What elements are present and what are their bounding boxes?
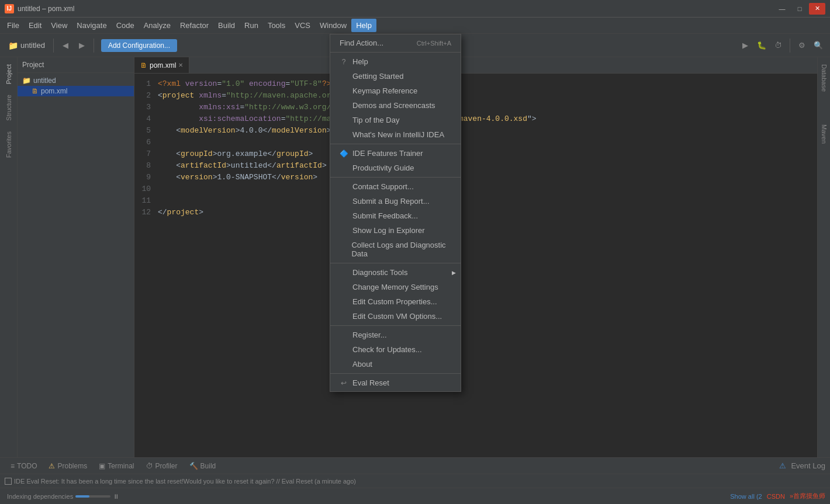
bottom-tab-terminal[interactable]: ▣ Terminal: [93, 460, 140, 472]
menu-contact-support[interactable]: Contact Support...: [330, 179, 461, 194]
watermark-text: »首席摸鱼师: [790, 492, 825, 500]
updates-label: Check for Updates...: [352, 345, 422, 354]
title-bar: IJ untitled – pom.xml — □ ✕: [0, 0, 830, 18]
maven-tab[interactable]: Maven: [818, 120, 830, 148]
event-log-icon: ⚠: [779, 461, 786, 470]
menu-run[interactable]: Run: [240, 19, 263, 32]
run-icon[interactable]: ▶: [738, 39, 752, 53]
back-icon[interactable]: ◀: [58, 39, 72, 53]
tree-item-pomxml-label: pom.xml: [41, 87, 67, 95]
menu-analyze[interactable]: Analyze: [139, 19, 175, 32]
tree-item-pomxml[interactable]: 🗎 pom.xml: [18, 86, 134, 96]
menu-productivity-guide[interactable]: Productivity Guide: [330, 161, 461, 175]
debug-icon[interactable]: 🐛: [755, 39, 769, 53]
menu-window[interactable]: Window: [315, 19, 351, 32]
editor-content[interactable]: 1 <?xml version="1.0" encoding="UTF-8"?>…: [134, 74, 817, 488]
menu-view[interactable]: View: [46, 19, 72, 32]
code-line-7: 7 <groupId>org.example</groupId>: [134, 148, 817, 160]
menu-register[interactable]: Register...: [330, 328, 461, 342]
keymap-label: Keymap Reference: [352, 86, 417, 95]
menu-diagnostic-tools[interactable]: Diagnostic Tools: [330, 265, 461, 280]
search-everywhere-icon[interactable]: 🔍: [811, 39, 825, 53]
minimize-button[interactable]: —: [774, 3, 790, 15]
menu-change-memory[interactable]: Change Memory Settings: [330, 280, 461, 294]
trainer-icon: 🔷: [340, 150, 348, 158]
menu-eval-reset[interactable]: ↩ Eval Reset: [330, 376, 461, 390]
menu-refactor[interactable]: Refactor: [175, 19, 213, 32]
forward-icon[interactable]: ▶: [75, 39, 89, 53]
menu-vcs[interactable]: VCS: [290, 19, 315, 32]
menu-ide-features-trainer[interactable]: 🔷 IDE Features Trainer: [330, 146, 461, 161]
right-sidebar: Database Maven: [817, 57, 830, 488]
menu-help-item[interactable]: ? Help: [330, 54, 461, 69]
bottom-tab-problems[interactable]: ⚠ Problems: [43, 460, 93, 472]
favorites-tab[interactable]: Favorites: [3, 127, 15, 162]
tree-item-untitled[interactable]: 📁 untitled: [18, 75, 134, 86]
settings-icon[interactable]: ⚙: [795, 39, 809, 53]
indexing-progress-bar: [75, 495, 110, 498]
code-line-5: 5 <modelVersion>4.0.0</modelVersion>: [134, 125, 817, 137]
build-icon: 🔨: [189, 462, 198, 470]
menu-getting-started[interactable]: Getting Started: [330, 69, 461, 84]
menu-edit-custom-vm[interactable]: Edit Custom VM Options...: [330, 309, 461, 324]
code-line-6: 6: [134, 137, 817, 148]
menu-show-log[interactable]: Show Log in Explorer: [330, 223, 461, 238]
collect-label: Collect Logs and Diagnostic Data: [351, 241, 451, 258]
menu-submit-feedback[interactable]: Submit Feedback...: [330, 208, 461, 223]
bottom-tab-profiler[interactable]: ⏱ Profiler: [140, 460, 184, 472]
menu-demos[interactable]: Demos and Screencasts: [330, 98, 461, 113]
demos-label: Demos and Screencasts: [352, 101, 435, 110]
bottom-tab-todo[interactable]: ≡ TODO: [5, 460, 43, 472]
props-label: Edit Custom Properties...: [352, 297, 437, 306]
status-right: Show all (2 CSDN »首席摸鱼师: [730, 492, 825, 500]
maximize-button[interactable]: □: [791, 3, 808, 15]
editor-area: 🗎 pom.xml ✕ 1 <?xml version="1.0" encodi…: [134, 57, 817, 488]
code-line-11: 11: [134, 195, 817, 207]
menu-code[interactable]: Code: [112, 19, 139, 32]
bottom-tab-build[interactable]: 🔨 Build: [184, 460, 222, 472]
event-log-label[interactable]: Event Log: [791, 461, 825, 470]
structure-tab[interactable]: Structure: [3, 90, 15, 126]
todo-icon: ≡: [11, 462, 15, 470]
menu-whats-new[interactable]: What's New in IntelliJ IDEA: [330, 127, 461, 142]
menu-tools[interactable]: Tools: [263, 19, 290, 32]
event-log-area: ⚠ Event Log: [779, 461, 825, 470]
eval-notice-text: IDE Eval Reset: It has been a long time …: [14, 478, 825, 485]
checkbox-icon[interactable]: [5, 478, 12, 485]
menu-sep-4: [330, 263, 461, 263]
menu-build[interactable]: Build: [213, 19, 240, 32]
editor-tab-pomxml[interactable]: 🗎 pom.xml ✕: [134, 57, 189, 73]
close-button[interactable]: ✕: [809, 3, 825, 15]
project-tab[interactable]: Project: [3, 60, 15, 89]
menu-about[interactable]: About: [330, 357, 461, 371]
contact-label: Contact Support...: [352, 182, 414, 191]
tab-close-button[interactable]: ✕: [178, 62, 183, 68]
menu-help[interactable]: Help: [351, 19, 376, 32]
find-action-item[interactable]: Find Action... Ctrl+Shift+A: [330, 36, 461, 50]
menu-collect-logs[interactable]: Collect Logs and Diagnostic Data: [330, 238, 461, 261]
project-folder[interactable]: 📁 untitled: [5, 39, 49, 53]
eval-notice-bar: IDE Eval Reset: It has been a long time …: [0, 474, 830, 488]
folder-icon: 📁: [8, 41, 18, 50]
vm-label: Edit Custom VM Options...: [352, 312, 442, 321]
menu-sep-5: [330, 325, 461, 326]
menu-navigate[interactable]: Navigate: [72, 19, 111, 32]
add-configuration-button[interactable]: Add Configuration...: [101, 39, 177, 52]
menu-keymap-reference[interactable]: Keymap Reference: [330, 84, 461, 98]
menu-check-updates[interactable]: Check for Updates...: [330, 342, 461, 357]
menu-edit-custom-props[interactable]: Edit Custom Properties...: [330, 294, 461, 309]
code-line-12: 12 </project>: [134, 207, 817, 218]
pause-icon[interactable]: ⏸: [113, 493, 119, 500]
database-tab[interactable]: Database: [818, 60, 830, 96]
help-icon: ?: [340, 58, 348, 66]
menu-tip-of-day[interactable]: Tip of the Day: [330, 113, 461, 127]
menu-edit[interactable]: Edit: [24, 19, 46, 32]
menu-file[interactable]: File: [2, 19, 24, 32]
project-tree: 📁 untitled 🗎 pom.xml: [18, 73, 134, 488]
code-line-8: 8 <artifactId>untitled</artifactId>: [134, 160, 817, 172]
problems-label: Problems: [57, 462, 87, 470]
show-all-label[interactable]: Show all (2: [730, 493, 762, 500]
toolbar-separator-3: [790, 39, 790, 53]
profile-icon[interactable]: ⏱: [771, 39, 785, 53]
menu-submit-bug[interactable]: Submit a Bug Report...: [330, 194, 461, 208]
